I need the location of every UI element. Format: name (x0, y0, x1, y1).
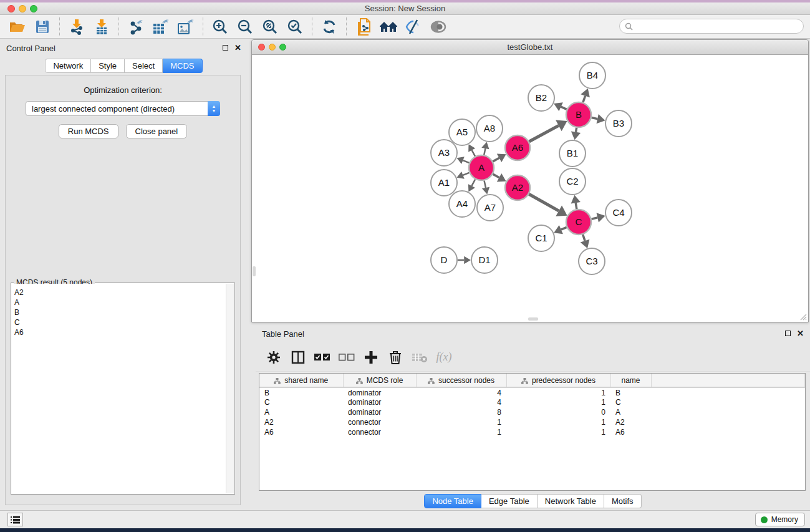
edge-A-A7[interactable] (484, 181, 486, 188)
tab-motifs[interactable]: Motifs (604, 494, 642, 508)
cell-predecessor-nodes[interactable]: 1 (506, 397, 610, 407)
table-row[interactable]: A6connector11A6 (259, 427, 805, 437)
edge-A-A3[interactable] (463, 160, 469, 163)
cell-MCDS-role[interactable]: connector (343, 427, 416, 437)
optimization-criterion-dropdown[interactable]: largest connected component (directed) ▲… (26, 101, 220, 116)
zoom-out-button[interactable] (234, 17, 256, 37)
function-builder-button[interactable]: f(x) (435, 348, 453, 367)
table-settings-button[interactable] (264, 348, 283, 367)
column-header-predecessor-nodes[interactable]: predecessor nodes (506, 374, 610, 387)
cell-name[interactable]: A6 (610, 427, 651, 437)
save-session-button[interactable] (32, 17, 53, 37)
table-row[interactable]: Adominator80A (259, 407, 805, 417)
edge-B-B3[interactable] (592, 117, 598, 118)
close-table-panel-icon[interactable]: ✕ (797, 331, 804, 337)
close-panel-button[interactable]: Close panel (126, 124, 188, 138)
cell-successor-nodes[interactable]: 1 (416, 417, 506, 427)
cell-predecessor-nodes[interactable]: 1 (506, 387, 610, 397)
delete-column-button[interactable] (386, 348, 405, 367)
edge-A2-C[interactable] (529, 194, 559, 211)
edge-B-B4[interactable] (583, 96, 586, 102)
manage-networks-button[interactable] (353, 17, 374, 37)
edge-C-C1[interactable] (561, 227, 567, 230)
float-table-panel-button[interactable] (785, 331, 791, 337)
canvas-hscroll-stub[interactable] (528, 317, 538, 321)
edge-B-B2[interactable] (561, 107, 567, 109)
cell-shared-name[interactable]: A2 (259, 417, 343, 427)
close-panel-icon[interactable]: ✕ (234, 45, 241, 51)
result-item[interactable]: A2 (14, 288, 223, 297)
network-graph[interactable]: B4B2BB3A5A8A6B1A3AA1C2A2A4A7C4CC1C3DD1 (252, 55, 808, 322)
column-header-successor-nodes[interactable]: successor nodes (416, 374, 506, 387)
edge-A-A5[interactable] (472, 150, 475, 157)
result-item[interactable]: B (14, 307, 223, 317)
cell-MCDS-role[interactable]: dominator (343, 407, 416, 417)
result-item[interactable]: A (14, 297, 223, 307)
tab-mcds[interactable]: MCDS (163, 59, 202, 73)
column-browser-button[interactable] (289, 348, 307, 367)
cell-successor-nodes[interactable]: 1 (416, 427, 506, 437)
table-row[interactable]: Bdominator41B (259, 387, 805, 397)
export-table-button[interactable] (150, 17, 171, 37)
export-network-button[interactable] (125, 17, 147, 37)
zoom-in-button[interactable] (210, 17, 231, 37)
column-header-name[interactable]: name (610, 374, 651, 387)
open-session-button[interactable] (7, 17, 28, 37)
network-canvas[interactable]: B4B2BB3A5A8A6B1A3AA1C2A2A4A7C4CC1C3DD1 (252, 55, 808, 322)
result-item[interactable]: A6 (14, 327, 223, 337)
edge-A-A4[interactable] (471, 180, 475, 186)
home-button[interactable] (378, 17, 399, 37)
edge-B-B1[interactable] (576, 128, 577, 132)
network-window-titlebar[interactable]: testGlobe.txt (252, 40, 808, 55)
apply-layout-button[interactable] (319, 17, 340, 37)
cell-shared-name[interactable]: C (259, 397, 343, 407)
cell-predecessor-nodes[interactable]: 1 (506, 417, 610, 427)
cell-successor-nodes[interactable]: 4 (416, 387, 506, 397)
select-all-button[interactable] (313, 348, 332, 367)
cell-shared-name[interactable]: B (259, 387, 343, 397)
column-header-MCDS-role[interactable]: MCDS role (343, 374, 416, 387)
result-scrollbar[interactable] (226, 284, 234, 493)
edge-C-C4[interactable] (591, 218, 597, 219)
memory-button[interactable]: Memory (755, 513, 805, 526)
cell-successor-nodes[interactable]: 4 (416, 397, 506, 407)
result-item[interactable]: C (14, 317, 223, 327)
float-panel-button[interactable] (223, 45, 228, 51)
cell-MCDS-role[interactable]: connector (343, 417, 416, 427)
cell-successor-nodes[interactable]: 8 (416, 407, 506, 417)
zoom-selected-button[interactable] (284, 17, 306, 37)
column-header-shared-name[interactable]: shared name (259, 374, 343, 387)
edge-C-C2[interactable] (576, 203, 577, 209)
edge-A-A1[interactable] (463, 173, 469, 175)
cell-predecessor-nodes[interactable]: 0 (506, 407, 610, 417)
tab-network-table[interactable]: Network Table (538, 494, 604, 508)
cell-name[interactable]: A2 (610, 417, 651, 427)
table-row[interactable]: Cdominator41C (259, 397, 805, 407)
cell-name[interactable]: A (610, 407, 651, 417)
add-column-button[interactable] (362, 348, 380, 367)
edge-A6-B[interactable] (529, 125, 558, 142)
cell-MCDS-role[interactable]: dominator (343, 397, 416, 407)
node-table[interactable]: shared nameMCDS rolesuccessor nodesprede… (259, 373, 806, 491)
deselect-all-button[interactable] (337, 348, 356, 367)
hide-panels-button[interactable] (403, 17, 424, 37)
show-graphics-button[interactable] (428, 17, 449, 37)
edge-C-C3[interactable] (583, 235, 585, 241)
tab-style[interactable]: Style (91, 59, 125, 73)
cell-name[interactable]: B (610, 387, 651, 397)
cell-shared-name[interactable]: A6 (259, 427, 343, 437)
export-image-button[interactable] (175, 17, 196, 37)
cell-shared-name[interactable]: A (259, 407, 343, 417)
cell-MCDS-role[interactable]: dominator (343, 387, 416, 397)
delete-table-button[interactable] (410, 348, 429, 367)
search-field[interactable] (619, 19, 804, 34)
run-mcds-button[interactable]: Run MCDS (59, 124, 118, 138)
tab-select[interactable]: Select (125, 59, 163, 73)
tab-network[interactable]: Network (45, 59, 91, 73)
zoom-fit-button[interactable] (259, 17, 281, 37)
cell-name[interactable]: C (610, 397, 651, 407)
tab-node-table[interactable]: Node Table (424, 494, 481, 508)
edge-A-A8[interactable] (484, 148, 485, 155)
resize-grip-icon[interactable] (799, 312, 807, 321)
cell-predecessor-nodes[interactable]: 1 (506, 427, 610, 437)
